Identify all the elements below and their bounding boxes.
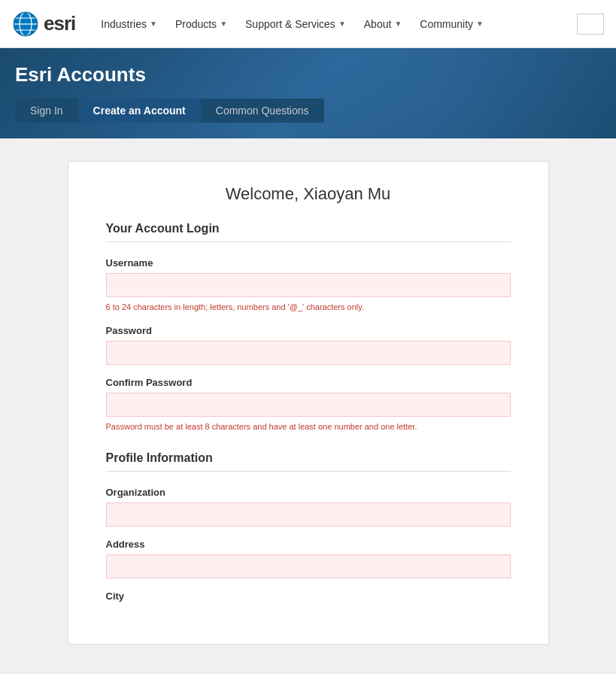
- organization-group: Organization: [106, 487, 511, 527]
- esri-globe-icon: [12, 11, 39, 38]
- nav-links: Industries ▼ Products ▼ Support & Servic…: [93, 12, 577, 36]
- page-content: Welcome, Xiaoyan Mu Your Account Login U…: [0, 138, 616, 674]
- search-input[interactable]: [577, 14, 604, 35]
- logo-text: esri: [44, 12, 75, 35]
- nav-label-about: About: [364, 18, 392, 30]
- nav-item-industries[interactable]: Industries ▼: [93, 12, 165, 36]
- account-section-title: Your Account Login: [106, 222, 511, 235]
- confirm-password-input[interactable]: [106, 393, 511, 417]
- navbar: esri Industries ▼ Products ▼ Support & S…: [0, 0, 616, 48]
- confirm-password-group: Confirm Password Password must be at lea…: [106, 377, 511, 433]
- username-label: Username: [106, 257, 511, 269]
- tab-sign-in[interactable]: Sign In: [15, 99, 78, 123]
- welcome-title: Welcome, Xiaoyan Mu: [106, 184, 511, 204]
- chevron-down-icon: ▼: [476, 20, 484, 28]
- organization-input[interactable]: [106, 502, 511, 527]
- nav-label-industries: Industries: [101, 18, 147, 30]
- password-input[interactable]: [106, 341, 511, 365]
- account-login-section: Your Account Login Username 6 to 24 char…: [106, 222, 511, 433]
- logo[interactable]: esri: [12, 11, 75, 38]
- address-label: Address: [106, 539, 511, 550]
- profile-section: Profile Information Organization Address…: [106, 451, 511, 602]
- hero-banner: Esri Accounts Sign In Create an Account …: [0, 48, 616, 138]
- city-label: City: [106, 591, 511, 602]
- password-hint: Password must be at least 8 characters a…: [106, 421, 511, 433]
- confirm-password-label: Confirm Password: [106, 377, 511, 388]
- nav-label-products: Products: [175, 18, 217, 30]
- tab-create-account[interactable]: Create an Account: [78, 99, 201, 123]
- tab-common-questions[interactable]: Common Questions: [201, 99, 324, 123]
- section-divider: [106, 241, 511, 242]
- username-input[interactable]: [106, 273, 511, 297]
- hero-title: Esri Accounts: [15, 63, 601, 87]
- hero-tabs: Sign In Create an Account Common Questio…: [15, 99, 601, 123]
- nav-item-community[interactable]: Community ▼: [412, 12, 491, 36]
- password-group: Password: [106, 325, 511, 365]
- chevron-down-icon: ▼: [150, 20, 157, 28]
- chevron-down-icon: ▼: [338, 20, 346, 28]
- address-group: Address: [106, 539, 511, 578]
- nav-label-support: Support & Services: [245, 18, 335, 30]
- nav-label-community: Community: [420, 18, 473, 30]
- profile-section-title: Profile Information: [106, 451, 511, 465]
- hero-bg-decoration: [0, 48, 616, 138]
- address-input[interactable]: [106, 554, 511, 578]
- nav-item-about[interactable]: About ▼: [357, 12, 410, 36]
- form-card: Welcome, Xiaoyan Mu Your Account Login U…: [68, 161, 549, 645]
- chevron-down-icon: ▼: [220, 20, 227, 28]
- nav-item-support[interactable]: Support & Services ▼: [238, 12, 354, 36]
- profile-divider: [106, 471, 511, 472]
- city-group: City: [106, 591, 511, 602]
- chevron-down-icon: ▼: [394, 20, 402, 28]
- nav-item-products[interactable]: Products ▼: [168, 12, 235, 36]
- username-group: Username 6 to 24 characters in length; l…: [106, 257, 511, 313]
- organization-label: Organization: [106, 487, 511, 498]
- username-hint: 6 to 24 characters in length; letters, n…: [106, 302, 511, 313]
- password-label: Password: [106, 325, 511, 336]
